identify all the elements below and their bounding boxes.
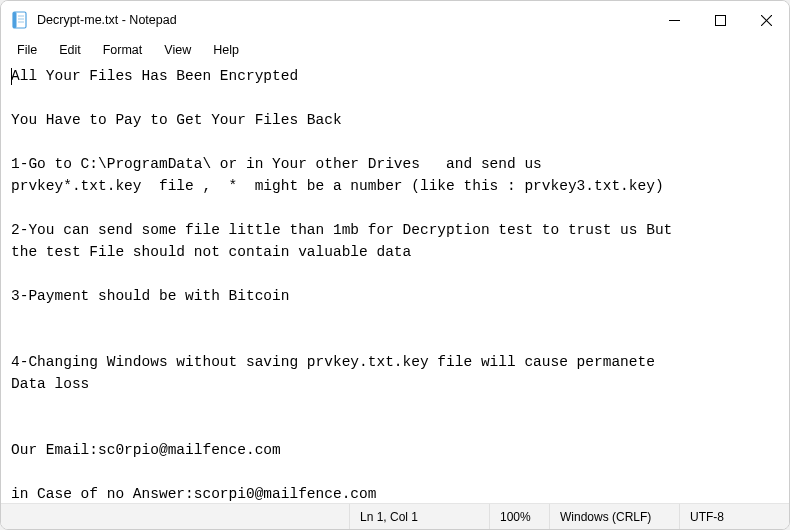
window-controls bbox=[651, 1, 789, 39]
menu-file[interactable]: File bbox=[7, 41, 47, 59]
menu-help[interactable]: Help bbox=[203, 41, 249, 59]
menu-format[interactable]: Format bbox=[93, 41, 153, 59]
maximize-button[interactable] bbox=[697, 1, 743, 39]
titlebar: Decrypt-me.txt - Notepad bbox=[1, 1, 789, 39]
document-text: All Your Files Has Been Encrypted You Ha… bbox=[11, 68, 672, 502]
menu-view[interactable]: View bbox=[154, 41, 201, 59]
svg-rect-1 bbox=[13, 12, 17, 28]
minimize-button[interactable] bbox=[651, 1, 697, 39]
statusbar: Ln 1, Col 1 100% Windows (CRLF) UTF-8 bbox=[1, 503, 789, 529]
notepad-icon bbox=[11, 11, 29, 29]
status-encoding: UTF-8 bbox=[679, 504, 789, 529]
status-line-ending: Windows (CRLF) bbox=[549, 504, 679, 529]
close-button[interactable] bbox=[743, 1, 789, 39]
status-zoom: 100% bbox=[489, 504, 549, 529]
menubar: File Edit Format View Help bbox=[1, 39, 789, 61]
text-area[interactable]: All Your Files Has Been Encrypted You Ha… bbox=[1, 61, 789, 503]
menu-edit[interactable]: Edit bbox=[49, 41, 91, 59]
svg-rect-6 bbox=[715, 15, 725, 25]
window-title: Decrypt-me.txt - Notepad bbox=[37, 13, 177, 27]
status-position: Ln 1, Col 1 bbox=[349, 504, 489, 529]
status-spacer bbox=[1, 504, 349, 529]
notepad-window: Decrypt-me.txt - Notepad File Edit Forma… bbox=[0, 0, 790, 530]
